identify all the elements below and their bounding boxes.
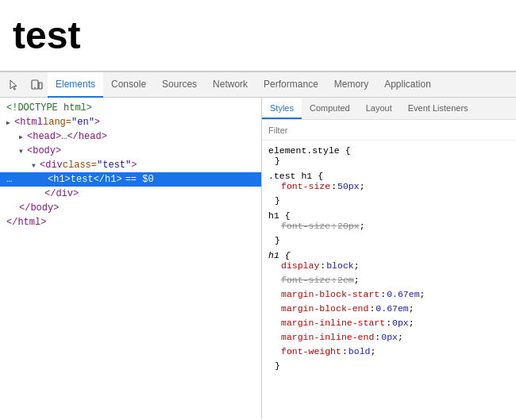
devtools-tab-bar: Elements Console Sources Network Perform… (0, 72, 516, 98)
page-preview: test (0, 0, 516, 71)
styles-panel: Styles Computed Layout Event Listeners (262, 98, 516, 419)
tab-performance[interactable]: Performance (256, 72, 326, 98)
css-close-brace: } (268, 156, 510, 166)
css-close-brace: } (268, 195, 510, 206)
tab-application[interactable]: Application (376, 72, 439, 98)
css-property: margin-block-end : 0.67em ; (268, 303, 510, 318)
css-property: font-size : 20px ; (268, 221, 510, 235)
svg-rect-1 (39, 83, 42, 89)
dom-panel: <!DOCTYPE html> ▶ <html lang="en"> ▶ <he… (0, 98, 262, 419)
css-rule-element-style: element.style { } (262, 144, 516, 168)
css-rule-h1-override: h1 { font-size : 20px ; } (262, 209, 516, 247)
device-icon[interactable] (25, 74, 48, 96)
dom-line-selected: … <h1>test</h1> == $0 (0, 172, 261, 187)
dom-line: </div> (0, 187, 261, 201)
devtools-panel: Elements Console Sources Network Perform… (0, 71, 516, 419)
css-rule-h1-ua: h1 { display : block ; font-size : 2em ; (262, 249, 516, 372)
subtab-styles[interactable]: Styles (262, 98, 302, 119)
css-property: font-size : 50px ; (268, 181, 510, 195)
css-property: margin-block-start : 0.67em ; (268, 289, 510, 303)
dom-line: ▼ <body> (0, 144, 261, 158)
css-selector: element.style { (268, 145, 510, 156)
dom-line: <!DOCTYPE html> (0, 101, 261, 115)
css-close-brace: } (268, 235, 510, 245)
dom-line: </body> (0, 201, 261, 215)
subtab-layout[interactable]: Layout (358, 98, 400, 119)
css-selector: h1 { (268, 210, 510, 221)
page-title: test (13, 13, 80, 57)
styles-subtab-bar: Styles Computed Layout Event Listeners (262, 98, 516, 120)
dom-line: ▶ <html lang="en"> (0, 115, 261, 129)
svg-point-2 (34, 87, 36, 88)
css-property: font-weight : bold ; (268, 346, 510, 360)
css-property: margin-inline-start : 0px ; (268, 318, 510, 332)
css-property: display : block ; (268, 260, 510, 275)
css-selector: .test h1 { (268, 171, 510, 181)
dom-line: ▼ <div class="test"> (0, 158, 261, 172)
css-property: font-size : 2em ; (268, 275, 510, 289)
css-selector: h1 { (268, 250, 510, 260)
dom-line: ▶ <head>…</head> (0, 129, 261, 144)
tab-memory[interactable]: Memory (326, 72, 376, 98)
cursor-icon[interactable] (3, 74, 25, 96)
css-rule-test-h1: .test h1 { font-size : 50px ; } (262, 169, 516, 207)
css-close-brace: } (268, 360, 510, 371)
subtab-event-listeners[interactable]: Event Listeners (400, 98, 476, 119)
devtools-body: <!DOCTYPE html> ▶ <html lang="en"> ▶ <he… (0, 98, 516, 419)
filter-input[interactable] (268, 125, 510, 135)
tab-elements[interactable]: Elements (48, 72, 103, 98)
tab-console[interactable]: Console (103, 72, 154, 98)
tab-network[interactable]: Network (205, 72, 256, 98)
tab-sources[interactable]: Sources (154, 72, 205, 98)
dom-line: </html> (0, 215, 261, 229)
filter-bar (262, 120, 516, 141)
css-rules: element.style { } .test h1 { font-size :… (262, 141, 516, 419)
subtab-computed[interactable]: Computed (302, 98, 358, 119)
css-property: margin-inline-end : 0px ; (268, 332, 510, 346)
